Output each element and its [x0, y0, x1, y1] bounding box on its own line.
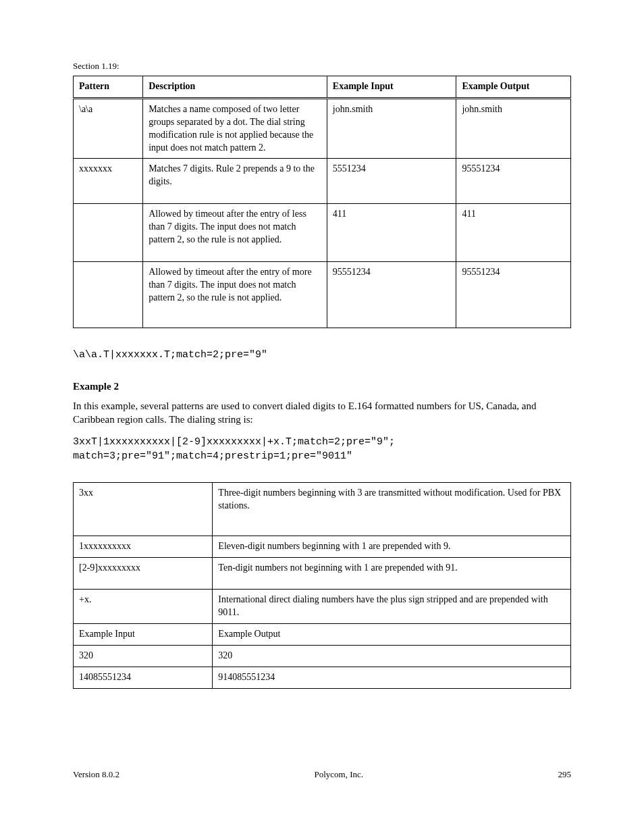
table-row: 320320 — [74, 646, 571, 667]
table-row: 1xxxxxxxxxxEleven-digit numbers beginnin… — [74, 536, 571, 557]
cell-left: Example Input — [74, 624, 213, 646]
footer-version: Version 8.0.2 — [73, 769, 119, 780]
cell-input: 5551234 — [327, 159, 456, 204]
cell-description: Allowed by timeout after the entry of mo… — [143, 261, 327, 328]
cell-right: International direct dialing numbers hav… — [213, 590, 571, 624]
cell-output: 95551234 — [456, 261, 571, 328]
table-row: +x.International direct dialing numbers … — [74, 590, 571, 624]
section-label: Section 1.19: — [73, 61, 571, 72]
cell-output: 411 — [456, 204, 571, 262]
col-pattern: Pattern — [74, 76, 143, 99]
cell-left: 320 — [74, 646, 213, 667]
table-row: 14085551234914085551234 — [74, 667, 571, 688]
cell-output: 95551234 — [456, 159, 571, 204]
dial-string-code-2: 3xxT|1xxxxxxxxxx|[2-9]xxxxxxxxx|+x.T;mat… — [73, 436, 571, 463]
table-row: Allowed by timeout after the entry of mo… — [74, 261, 571, 328]
cell-left: [2-9]xxxxxxxxx — [74, 557, 213, 590]
table-row: xxxxxxxMatches 7 digits. Rule 2 prepends… — [74, 159, 571, 204]
col-example-input: Example Input — [327, 76, 456, 99]
page-footer: Version 8.0.2 Polycom, Inc. 295 — [73, 769, 571, 780]
cell-right: 320 — [213, 646, 571, 667]
table-row: \a\aMatches a name composed of two lette… — [74, 98, 571, 159]
cell-pattern — [74, 261, 143, 328]
cell-description: Allowed by timeout after the entry of le… — [143, 204, 327, 262]
dial-string-code-1: \a\a.T|xxxxxxx.T;match=2;pre="9" — [73, 348, 571, 362]
example-2-heading: Example 2 — [73, 381, 571, 392]
cell-input: john.smith — [327, 98, 456, 159]
cell-right: Eleven-digit numbers beginning with 1 ar… — [213, 536, 571, 557]
footer-company: Polycom, Inc. — [314, 769, 363, 780]
cell-output: john.smith — [456, 98, 571, 159]
cell-right: Example Output — [213, 624, 571, 646]
cell-left: +x. — [74, 590, 213, 624]
cell-right: Three-digit numbers beginning with 3 are… — [213, 482, 571, 536]
cell-description: Matches 7 digits. Rule 2 prepends a 9 to… — [143, 159, 327, 204]
cell-pattern: xxxxxxx — [74, 159, 143, 204]
cell-pattern: \a\a — [74, 98, 143, 159]
table-row: Allowed by timeout after the entry of le… — [74, 204, 571, 262]
cell-right: Ten-digit numbers not beginning with 1 a… — [213, 557, 571, 590]
cell-left: 14085551234 — [74, 667, 213, 688]
pattern-table-2: 3xxThree-digit numbers beginning with 3 … — [73, 482, 571, 689]
cell-description: Matches a name composed of two letter gr… — [143, 98, 327, 159]
col-description: Description — [143, 76, 327, 99]
cell-input: 411 — [327, 204, 456, 262]
cell-pattern — [74, 204, 143, 262]
pattern-table-1: Pattern Description Example Input Exampl… — [73, 76, 571, 328]
cell-input: 95551234 — [327, 261, 456, 328]
cell-left: 3xx — [74, 482, 213, 536]
table-row: [2-9]xxxxxxxxxTen-digit numbers not begi… — [74, 557, 571, 590]
cell-left: 1xxxxxxxxxx — [74, 536, 213, 557]
example-2-description: In this example, several patterns are us… — [73, 399, 571, 427]
col-example-output: Example Output — [456, 76, 571, 99]
cell-right: 914085551234 — [213, 667, 571, 688]
table-row: 3xxThree-digit numbers beginning with 3 … — [74, 482, 571, 536]
table-header-row: Pattern Description Example Input Exampl… — [74, 76, 571, 99]
footer-page: 295 — [558, 769, 571, 780]
table-row: Example InputExample Output — [74, 624, 571, 646]
